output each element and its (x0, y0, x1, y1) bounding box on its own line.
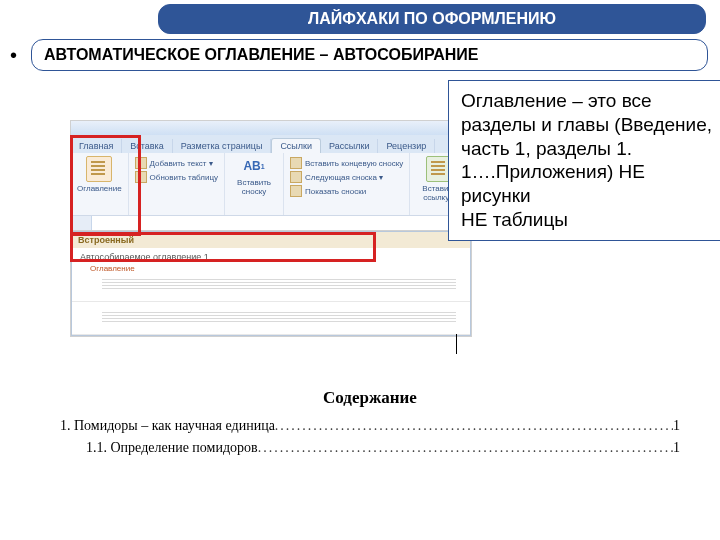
ribbon: Оглавление Добавить текст ▾ Обновить таб… (71, 153, 471, 216)
text-cursor (456, 334, 457, 354)
group-toc: Оглавление (71, 153, 129, 215)
toc-entry-1: 1. Помидоры – как научная единица ......… (60, 418, 680, 434)
group-toc-opts: Добавить текст ▾ Обновить таблицу (129, 153, 225, 215)
explanation-box: Оглавление – это все разделы и главы (Вв… (448, 80, 720, 241)
next-footnote-icon (290, 171, 302, 183)
toc-icon (86, 156, 112, 182)
ribbon-tabs: Главная Вставка Разметка страницы Ссылки… (71, 135, 471, 153)
endnote-icon (290, 157, 302, 169)
dropdown-item-1[interactable]: Автособираемое оглавление 1 Оглавление (72, 248, 470, 302)
toc-label: Оглавление (77, 184, 122, 193)
tab-review[interactable]: Рецензир (378, 139, 435, 153)
subtitle-box: АВТОМАТИЧЕСКОЕ ОГЛАВЛЕНИЕ – АВТОСОБИРАНИ… (31, 39, 708, 71)
slide-title: ЛАЙФХАКИ ПО ОФОРМЛЕНИЮ (158, 4, 706, 34)
add-text-button[interactable]: Добавить текст ▾ (135, 157, 218, 169)
bullet-icon: • (10, 44, 17, 67)
show-footnotes-button[interactable]: Показать сноски (290, 185, 403, 197)
dropdown-item-2[interactable] (72, 302, 470, 335)
dropdown-preview-lines-2 (102, 310, 456, 324)
leader-dots: ........................................… (258, 440, 673, 456)
show-footnotes-icon (290, 185, 302, 197)
doc-heading: Содержание (60, 388, 680, 408)
dropdown-preview-lines (102, 277, 456, 291)
leader-dots: ........................................… (275, 418, 673, 434)
update-icon (135, 171, 147, 183)
window-titlebar (71, 121, 471, 135)
tab-insert[interactable]: Вставка (122, 139, 172, 153)
update-table-button[interactable]: Обновить таблицу (135, 171, 218, 183)
document-area: Содержание 1. Помидоры – как научная еди… (60, 388, 680, 462)
ruler (71, 216, 471, 231)
ab-icon: AB1 (242, 156, 266, 176)
tab-mailings[interactable]: Рассылки (321, 139, 378, 153)
toc-button[interactable]: Оглавление (77, 156, 122, 193)
tab-home[interactable]: Главная (71, 139, 122, 153)
tab-references[interactable]: Ссылки (271, 138, 321, 153)
insert-footnote-button[interactable]: AB1 Вставить сноску (231, 156, 277, 196)
subtitle-row: • АВТОМАТИЧЕСКОЕ ОГЛАВЛЕНИЕ – АВТОСОБИРА… (4, 38, 708, 72)
dropdown-header: Встроенный (72, 232, 470, 248)
next-footnote-button[interactable]: Следующая сноска ▾ (290, 171, 403, 183)
toc-dropdown: Встроенный Автособираемое оглавление 1 О… (71, 231, 471, 336)
toc-entry-2: 1.1. Определение помидоров .............… (60, 440, 680, 456)
tab-layout[interactable]: Разметка страницы (173, 139, 272, 153)
group-footnote-opts: Вставить концевую сноску Следующая сноск… (284, 153, 410, 215)
dropdown-preview-title: Оглавление (80, 262, 462, 275)
word-screenshot: Главная Вставка Разметка страницы Ссылки… (70, 120, 472, 337)
insert-endnote-button[interactable]: Вставить концевую сноску (290, 157, 403, 169)
group-footnote: AB1 Вставить сноску (225, 153, 284, 215)
add-text-icon (135, 157, 147, 169)
